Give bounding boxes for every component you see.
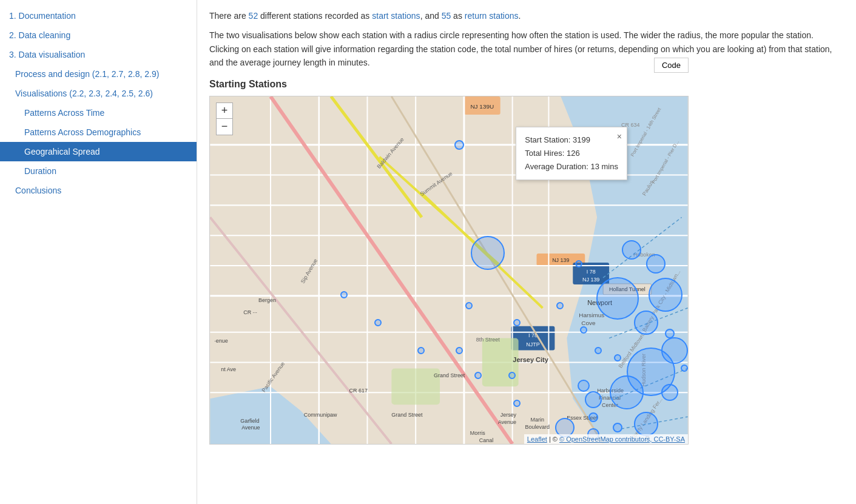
station-circle-9[interactable] xyxy=(596,277,639,320)
svg-text:NJ 139: NJ 139 xyxy=(582,276,599,282)
station-circle-26[interactable] xyxy=(634,412,658,436)
return-station-count: 55 xyxy=(442,11,451,21)
svg-text:Canal: Canal xyxy=(479,437,493,443)
station-circle-34[interactable] xyxy=(588,412,598,422)
map-wrapper[interactable]: NJ 139U NJ 139 I 78 NJTP I 78 NJ 139 Hol… xyxy=(209,96,689,445)
station-circle-20[interactable] xyxy=(513,400,521,407)
station-circle-31[interactable] xyxy=(340,291,348,298)
station-circle-3[interactable] xyxy=(575,260,582,267)
svg-text:Bergen: Bergen xyxy=(258,297,276,303)
popup-duration-value: 13 mins xyxy=(590,162,618,171)
svg-text:Morris: Morris xyxy=(470,430,485,436)
sidebar-item-conclusions[interactable]: Conclusions xyxy=(0,181,197,200)
svg-text:Garfield: Garfield xyxy=(240,418,259,424)
svg-text:·enue: ·enue xyxy=(214,337,227,343)
svg-text:NJ 139: NJ 139 xyxy=(552,257,569,263)
station-circle-7[interactable] xyxy=(580,326,587,334)
svg-text:CR 617: CR 617 xyxy=(349,388,368,394)
return-station-label: return stations xyxy=(465,11,519,21)
popup-station-label: Start Station: xyxy=(525,135,570,144)
station-circle-4[interactable] xyxy=(465,302,473,309)
station-circle-12[interactable] xyxy=(649,278,682,312)
svg-text:Cove: Cove xyxy=(581,319,596,326)
svg-text:Boulevard: Boulevard xyxy=(525,424,550,430)
code-button[interactable]: Code xyxy=(654,58,689,73)
svg-text:Harsimus: Harsimus xyxy=(579,311,604,318)
popup-hires-value: 126 xyxy=(567,149,580,158)
sidebar-item-documentation[interactable]: 1. Documentation xyxy=(0,6,197,25)
sidebar-item-patterns-demographics[interactable]: Patterns Across Demographics xyxy=(0,123,197,142)
station-circle-11[interactable] xyxy=(634,311,658,335)
sidebar-item-duration[interactable]: Duration xyxy=(0,161,197,181)
map-attribution: Leaflet | © © OpenStreetMap contributors… xyxy=(524,434,688,444)
sidebar: 1. Documentation2. Data cleaning3. Data … xyxy=(0,0,197,504)
svg-rect-38 xyxy=(391,368,440,405)
popup-close-button[interactable]: × xyxy=(617,130,622,144)
station-circle-32[interactable] xyxy=(374,319,382,326)
svg-text:Grand Street: Grand Street xyxy=(391,412,423,418)
popup-duration-label: Average Duration: xyxy=(525,162,588,171)
svg-text:nt Ave: nt Ave xyxy=(221,366,236,372)
station-circle-19[interactable] xyxy=(508,372,516,379)
svg-text:NJTP: NJTP xyxy=(526,341,539,347)
sidebar-item-geographical-spread[interactable]: Geograhical Spread xyxy=(0,142,197,161)
zoom-in-button[interactable]: + xyxy=(217,103,232,119)
leaflet-link[interactable]: Leaflet xyxy=(527,435,547,443)
svg-text:Avenue: Avenue xyxy=(498,419,516,425)
station-circle-2[interactable] xyxy=(471,236,505,270)
map-section: Starting Stations Code NJ 139U NJ 139 xyxy=(209,79,689,445)
station-circle-17[interactable] xyxy=(456,347,463,354)
popup-duration: Average Duration: 13 mins xyxy=(525,160,618,173)
station-circle-33[interactable] xyxy=(417,347,425,354)
intro-paragraph-1: There are 52 different stations recorded… xyxy=(209,9,844,22)
section-title: Starting Stations xyxy=(209,79,689,90)
svg-text:Communipaw: Communipaw xyxy=(304,412,337,418)
station-circle-8[interactable] xyxy=(595,347,602,354)
svg-text:8th Street: 8th Street xyxy=(476,336,500,342)
station-circle-22[interactable] xyxy=(585,391,602,408)
map-popup: × Start Station: 3199 Total Hires: 126 A… xyxy=(516,127,627,180)
svg-text:Jersey City: Jersey City xyxy=(513,356,548,363)
svg-text:Grand Street: Grand Street xyxy=(434,372,465,378)
popup-hires-label: Total Hires: xyxy=(525,149,564,158)
start-station-label: start stations xyxy=(372,11,420,21)
start-station-count: 52 xyxy=(249,11,258,21)
station-circle-15[interactable] xyxy=(646,254,666,274)
station-circle-25[interactable] xyxy=(661,384,678,401)
station-circle-5[interactable] xyxy=(513,319,521,326)
station-circle-21[interactable] xyxy=(578,380,590,392)
station-circle-16[interactable] xyxy=(622,240,641,260)
osm-link[interactable]: © OpenStreetMap contributors, CC-BY-SA xyxy=(559,435,685,443)
station-circle-30[interactable] xyxy=(661,337,688,364)
svg-text:CR ···: CR ··· xyxy=(243,309,257,315)
sidebar-item-patterns-time[interactable]: Patterns Across Time xyxy=(0,103,197,123)
station-circle-0[interactable] xyxy=(454,140,464,150)
intro-paragraph-2: The two visualisations below show each s… xyxy=(209,29,844,69)
station-circle-14[interactable] xyxy=(681,365,688,372)
svg-text:Jersey: Jersey xyxy=(500,412,517,418)
svg-text:Avenue: Avenue xyxy=(241,425,260,431)
svg-text:Marin: Marin xyxy=(531,417,544,423)
station-circle-13[interactable] xyxy=(665,329,675,338)
main-content: There are 52 different stations recorded… xyxy=(197,0,856,504)
svg-text:I 78: I 78 xyxy=(587,269,596,275)
sidebar-item-data-cleaning[interactable]: 2. Data cleaning xyxy=(0,25,197,45)
station-circle-18[interactable] xyxy=(474,372,482,379)
station-circle-10[interactable] xyxy=(614,354,621,361)
sidebar-item-process-design[interactable]: Process and design (2.1, 2.7, 2.8, 2.9) xyxy=(0,64,197,84)
popup-hires: Total Hires: 126 xyxy=(525,147,618,160)
popup-station: Start Station: 3199 xyxy=(525,133,618,147)
station-circle-27[interactable] xyxy=(613,423,622,432)
svg-text:NJ 139U: NJ 139U xyxy=(470,102,494,109)
station-circle-6[interactable] xyxy=(556,302,564,309)
sidebar-item-visualisations[interactable]: Visualisations (2.2, 2.3, 2.4, 2.5, 2.6) xyxy=(0,84,197,103)
popup-station-value: 3199 xyxy=(573,135,590,144)
zoom-out-button[interactable]: − xyxy=(217,119,232,135)
zoom-controls: + − xyxy=(216,102,233,135)
sidebar-item-data-visualisation[interactable]: 3. Data visualisation xyxy=(0,45,197,64)
